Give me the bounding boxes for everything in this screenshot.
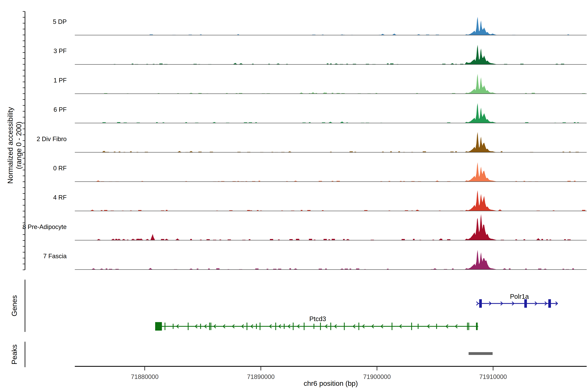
track-main-peak <box>465 103 497 123</box>
genome-coverage-figure: Normalized accessibility (range 0 - 200)… <box>0 0 588 392</box>
gene-exon-tick <box>210 322 211 330</box>
track-label-2-div-fibro: 2 Div Fibro <box>4 136 67 142</box>
coverage-tracks-layer <box>75 17 587 270</box>
gene-exon-tick <box>209 322 210 330</box>
gene-exon-box <box>548 299 551 308</box>
peak-region-bar <box>468 352 492 355</box>
x-tick-label-71910000: 71910000 <box>468 374 518 380</box>
gene-model-ptcd3 <box>155 322 478 330</box>
coverage-track-7-fascia <box>75 250 587 270</box>
track-main-peak <box>465 45 497 64</box>
gene-exon-tick <box>173 324 174 329</box>
track-minor-peaks <box>233 63 559 64</box>
x-axis <box>75 366 587 370</box>
gene-exon-tick <box>200 324 201 329</box>
gene-exon-tick <box>284 324 284 329</box>
gene-exon-box <box>476 322 478 330</box>
track-main-peak <box>465 17 497 35</box>
gene-exon-tick <box>418 324 418 329</box>
track-label-8-pre-adipocyte: 8 Pre-Adipocyte <box>4 224 67 230</box>
peaks-section-label: Peaks <box>11 322 18 387</box>
x-tick-label-71900000: 71900000 <box>352 374 402 380</box>
track-main-peak <box>465 132 497 152</box>
gene-exon-tick <box>330 322 331 330</box>
gene-exon-tick <box>304 322 304 330</box>
x-axis-title: chr6 position (bp) <box>249 380 412 387</box>
coverage-track-1-pf <box>75 74 587 94</box>
gene-exon-tick <box>256 324 257 329</box>
track-label-4-rf: 4 RF <box>4 194 67 200</box>
gene-exon-tick <box>411 322 412 330</box>
gene-exon-tick <box>188 322 188 330</box>
track-label-6-pf: 6 PF <box>4 106 67 113</box>
track-main-peak <box>465 74 497 94</box>
gene-exon-tick <box>467 322 468 330</box>
y-axis-label-line1: Normalized accessibility <box>6 64 14 227</box>
track-label-3-pf: 3 PF <box>4 48 67 54</box>
gene-exon-tick <box>320 322 321 330</box>
coverage-track-2-div-fibro <box>75 132 587 152</box>
gene-exon-tick <box>246 322 247 330</box>
coverage-track-6-pf <box>75 103 587 123</box>
gene-exon-box-large <box>155 322 162 330</box>
coverage-track-5-dp <box>75 17 587 35</box>
gene-exon-tick <box>436 324 437 329</box>
x-tick-label-71880000: 71880000 <box>120 374 169 380</box>
coverage-track-8-pre-adipocyte <box>75 214 587 240</box>
gene-exon-tick <box>392 322 392 330</box>
track-noise-signal <box>116 239 571 240</box>
gene-exon-tick <box>468 322 469 330</box>
coverage-track-3-pf <box>75 45 587 64</box>
track-minor-peaks <box>189 92 327 94</box>
y-axis-label-line2: (range 0 - 200) <box>14 64 23 227</box>
gene-exon-tick <box>165 322 166 330</box>
gene-model-polr1a <box>476 299 558 308</box>
track-label-1-pf: 1 PF <box>4 77 67 84</box>
peaks-layer <box>468 352 492 355</box>
track-label-5-dp: 5 DP <box>4 18 67 25</box>
track-main-peak <box>465 250 497 270</box>
track-main-peak <box>465 190 497 211</box>
gene-exon-tick <box>344 322 345 330</box>
gene-exon-tick <box>314 324 314 329</box>
gene-exon-tick <box>293 322 294 330</box>
gene-label-polr1a: Polr1a <box>487 293 552 300</box>
gene-strand-arrow <box>476 302 478 305</box>
track-label-7-fascia: 7 Fascia <box>4 253 67 259</box>
track-main-peak <box>465 214 497 240</box>
gene-exon-tick <box>260 322 260 330</box>
gene-exon-box <box>479 299 482 308</box>
track-label-0-rf: 0 RF <box>4 165 67 171</box>
coverage-track-0-rf <box>75 162 587 182</box>
gene-exon-tick <box>275 322 276 330</box>
genes-layer <box>155 299 558 330</box>
plot-canvas <box>0 0 588 392</box>
coverage-track-4-rf <box>75 190 587 211</box>
gene-label-ptcd3: Ptcd3 <box>285 316 350 322</box>
x-tick-label-71890000: 71890000 <box>236 374 285 380</box>
track-main-peak <box>465 162 497 182</box>
gene-exon-tick <box>358 322 359 330</box>
gene-exon-box <box>524 299 527 308</box>
y-axis-label: Normalized accessibility (range 0 - 200) <box>6 64 23 227</box>
